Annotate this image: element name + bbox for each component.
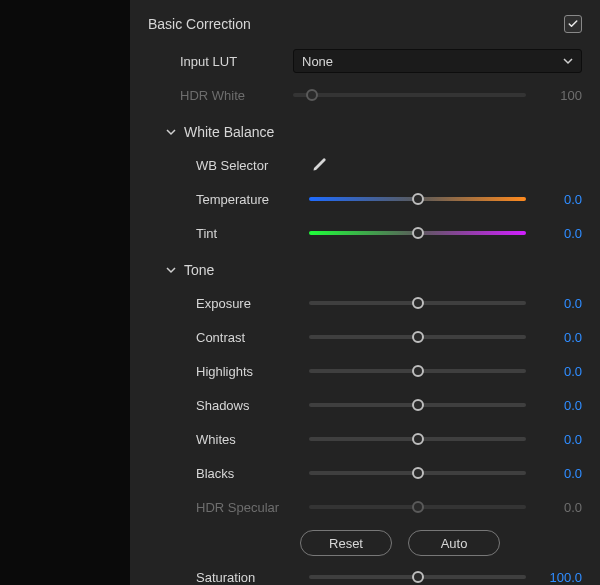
basic-correction-panel: Basic Correction Input LUT None HDR Whit… (130, 0, 600, 585)
eyedropper-icon (311, 157, 327, 173)
panel-title: Basic Correction (148, 16, 251, 32)
reset-button[interactable]: Reset (300, 530, 392, 556)
hdr-specular-label: HDR Specular (196, 500, 301, 515)
white-balance-title: White Balance (184, 124, 274, 140)
tone-title: Tone (184, 262, 214, 278)
panel-enable-checkbox[interactable] (564, 15, 582, 33)
whites-label: Whites (196, 432, 301, 447)
saturation-label: Saturation (196, 570, 301, 585)
saturation-value[interactable]: 100.0 (536, 570, 582, 585)
highlights-slider[interactable] (309, 369, 526, 373)
input-lut-value: None (302, 54, 333, 69)
saturation-slider[interactable] (309, 575, 526, 579)
tint-slider[interactable] (309, 231, 526, 235)
hdr-white-label: HDR White (180, 88, 285, 103)
tone-section-toggle[interactable]: Tone (148, 254, 582, 286)
input-lut-label: Input LUT (180, 54, 285, 69)
highlights-value[interactable]: 0.0 (536, 364, 582, 379)
eyedropper-button[interactable] (309, 155, 329, 175)
chevron-down-icon (563, 54, 573, 69)
contrast-value[interactable]: 0.0 (536, 330, 582, 345)
temperature-slider[interactable] (309, 197, 526, 201)
hdr-white-slider (293, 93, 526, 97)
chevron-down-icon (164, 265, 178, 275)
highlights-label: Highlights (196, 364, 301, 379)
whites-slider[interactable] (309, 437, 526, 441)
hdr-white-value: 100 (536, 88, 582, 103)
hdr-specular-slider (309, 505, 526, 509)
contrast-slider[interactable] (309, 335, 526, 339)
wb-selector-label: WB Selector (196, 158, 301, 173)
tint-label: Tint (196, 226, 301, 241)
check-icon (567, 18, 579, 30)
blacks-slider[interactable] (309, 471, 526, 475)
tint-value[interactable]: 0.0 (536, 226, 582, 241)
chevron-down-icon (164, 127, 178, 137)
exposure-label: Exposure (196, 296, 301, 311)
whites-value[interactable]: 0.0 (536, 432, 582, 447)
auto-button[interactable]: Auto (408, 530, 500, 556)
shadows-value[interactable]: 0.0 (536, 398, 582, 413)
shadows-slider[interactable] (309, 403, 526, 407)
blacks-value[interactable]: 0.0 (536, 466, 582, 481)
exposure-value[interactable]: 0.0 (536, 296, 582, 311)
input-lut-select[interactable]: None (293, 49, 582, 73)
shadows-label: Shadows (196, 398, 301, 413)
white-balance-section-toggle[interactable]: White Balance (148, 116, 582, 148)
temperature-label: Temperature (196, 192, 301, 207)
hdr-specular-value: 0.0 (536, 500, 582, 515)
temperature-value[interactable]: 0.0 (536, 192, 582, 207)
exposure-slider[interactable] (309, 301, 526, 305)
blacks-label: Blacks (196, 466, 301, 481)
contrast-label: Contrast (196, 330, 301, 345)
